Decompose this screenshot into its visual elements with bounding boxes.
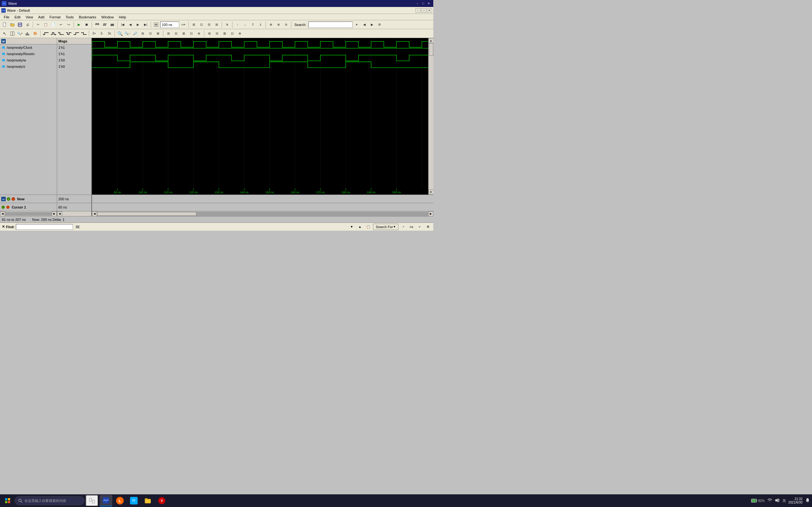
hscrollbar-mid-left-btn[interactable]: ◀ [57,211,62,216]
find-icon-btn[interactable] [74,224,81,230]
hscrollbar-thumb[interactable] [97,212,196,216]
tb-open[interactable] [9,21,16,28]
tb2-t2[interactable] [50,30,57,37]
search-prev[interactable]: ◀ [361,21,368,28]
tb-end[interactable]: ▶| [142,21,149,28]
signal-row-z[interactable]: /seqmealy/z [0,63,57,70]
tb2-zoom-fit[interactable]: 🔎 [132,30,139,37]
tb-b4[interactable]: ⊞ [213,21,220,28]
tb-redo[interactable]: ↪ [65,21,72,28]
tb2-v3[interactable]: ⊠ [180,30,187,37]
find-input[interactable] [16,224,73,230]
tb2-zoom-full[interactable]: ⊞ [139,30,146,37]
scroll-up-btn[interactable]: ▲ [428,38,434,43]
tb2-t5[interactable] [72,30,80,37]
tb-next[interactable]: ▶ [135,21,142,28]
tb2-v5[interactable]: ⊕ [195,30,202,37]
tb-extra1[interactable]: ⊕ [267,21,274,28]
tb2-t1[interactable] [42,30,49,37]
tb-b3[interactable]: ⊟ [206,21,212,28]
maximize-button[interactable]: □ [420,1,426,6]
tb-zoom-down[interactable]: ↓ [242,21,249,28]
signal-row-clock[interactable]: /seqmealy/Clock [0,44,57,51]
inner-maximize[interactable]: □ [421,8,426,13]
find-down-btn[interactable]: ▼ [348,224,355,230]
signal-row-w[interactable]: /seqmealy/w [0,57,57,63]
tb2-v4[interactable]: ⊡ [188,30,195,37]
tb-extra2[interactable]: ⊗ [275,21,282,28]
tb-undo[interactable]: ↩ [57,21,64,28]
hscrollbar-left-right-btn[interactable]: ▶ [52,211,57,216]
scroll-down-btn[interactable]: ▼ [428,189,434,194]
hscrollbar-left-btn[interactable]: ◀ [0,211,5,216]
menu-format[interactable]: Format [47,14,63,20]
menu-window[interactable]: Window [99,14,116,20]
time-input[interactable]: 100 ns [160,21,179,28]
search-opt[interactable]: ⚙ [376,21,383,28]
tb2-t6[interactable] [80,30,87,37]
find-option-btn[interactable]: ⚙ [424,224,432,230]
find-aa-btn[interactable]: Aa [408,224,415,230]
close-button[interactable]: ✕ [426,1,432,6]
tb-cut[interactable]: ✂ [35,21,42,28]
tb2-tristate3[interactable]: 3x [106,30,113,37]
search-dropdown[interactable]: ▾ [353,21,360,28]
tb-start[interactable]: |◀ [119,21,126,28]
tb2-select[interactable]: ↖ [1,30,8,37]
tb-print[interactable]: 🖨 [24,21,31,28]
tb-zoom-up[interactable]: ↑ [234,21,241,28]
inner-close[interactable]: ✕ [427,8,432,13]
tb-b1[interactable]: ⊞ [190,21,197,28]
tb2-v1[interactable]: ⊞ [165,30,172,37]
hscrollbar-left-track[interactable] [5,212,52,216]
hscrollbar-right-right-btn[interactable]: ▶ [428,211,433,216]
menu-view[interactable]: View [23,14,36,20]
tb2-zoom-region[interactable]: ⊠ [154,30,161,37]
tb2-color[interactable]: 🎨 [32,30,39,37]
menu-file[interactable]: File [1,14,12,20]
wave-panel[interactable]: 90 ns 100 ns 110 ns 120 ns 130 ns 140 ns [92,38,428,194]
find-check-btn[interactable]: ✓ [416,224,423,230]
menu-edit[interactable]: Edit [12,14,23,20]
tb-cursor[interactable]: 🖱 [223,21,231,28]
tb2-v9[interactable]: ⊡ [229,30,236,37]
tb2-zoom-in2[interactable]: 🔍 [116,30,123,37]
tb2-v8[interactable]: ⊠ [221,30,228,37]
tb2-t3[interactable] [57,30,64,37]
inner-minimize[interactable]: − [415,8,420,13]
tb2-zoom-sel[interactable]: ⊡ [147,30,154,37]
tb-b2[interactable]: ⊡ [198,21,205,28]
vertical-scrollbar[interactable]: ▲ ▼ [428,38,433,194]
tb-save[interactable] [16,21,23,28]
tb2-bar-chart[interactable] [24,30,31,37]
tb-wave3[interactable] [109,21,116,28]
tb-wave1[interactable] [94,21,101,28]
hscrollbar-right-left-btn[interactable]: ◀ [92,211,97,216]
tb-zoom-time[interactable]: ns▾ [180,21,187,28]
tb2-v6[interactable]: ⊞ [206,30,213,37]
search-input[interactable] [308,21,353,28]
tb2-v7[interactable]: ⊟ [213,30,220,37]
menu-bookmarks[interactable]: Bookmarks [76,14,99,20]
tb-zoom-up2[interactable]: ⇑ [249,21,256,28]
tb2-v2[interactable]: ⊟ [172,30,180,37]
menu-tools[interactable]: Tools [63,14,77,20]
tb-prev[interactable]: ◀ [127,21,134,28]
tb-new[interactable] [1,21,8,28]
menu-help[interactable]: Help [116,14,129,20]
tb-fit[interactable] [153,21,159,28]
search-next[interactable]: ▶ [368,21,375,28]
minimize-button[interactable]: − [415,1,420,6]
tb-wave2[interactable] [101,21,108,28]
tb2-zoom-in[interactable]: 🔍+ [16,30,23,37]
find-regex-btn[interactable]: .* [400,224,407,230]
tb2-t4[interactable] [65,30,72,37]
tb2-tristate1[interactable]: 3+ [91,30,98,37]
tb2-cursor2[interactable] [9,30,16,37]
tb-zoom-down2[interactable]: ⇓ [257,21,264,28]
tb2-zoom-out[interactable]: 🔍− [124,30,131,37]
tb-stop[interactable]: ⏹ [83,21,90,28]
find-up-btn[interactable]: ▲ [357,224,363,230]
tb2-v10[interactable]: ⊕ [236,30,243,37]
search-for-button[interactable]: Search For ▾ [373,224,398,230]
